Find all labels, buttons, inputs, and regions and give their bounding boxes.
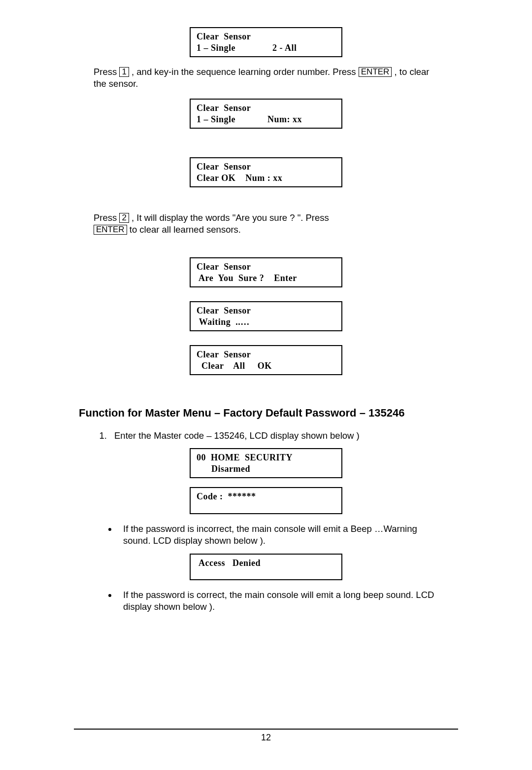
lcd-line: 1 – Single 2 - All: [197, 42, 335, 54]
page-number: 12: [261, 733, 271, 742]
lcd-line: 1 – Single Num: xx: [197, 114, 335, 125]
lcd-line: Disarmed: [197, 463, 335, 475]
lcd-line: Clear Sensor: [197, 305, 335, 316]
lcd-box-clear-ok: Clear Sensor Clear OK Num : xx: [190, 157, 342, 187]
lcd-box-clear-sensor-menu: Clear Sensor 1 – Single 2 - All: [190, 27, 342, 57]
lcd-line: Waiting ..…: [197, 316, 335, 328]
lcd-line: Clear Sensor: [197, 349, 335, 360]
keycap-2: 2: [119, 213, 129, 223]
text: , It will display the words "Are you sur…: [129, 212, 329, 223]
list-item: If the password is correct, the main con…: [117, 589, 438, 613]
lcd-box-code-entry: Code : ******: [190, 487, 342, 514]
lcd-box-are-you-sure: Clear Sensor Are You Sure ? Enter: [190, 257, 342, 287]
text: to clear all learned sensors.: [127, 224, 241, 235]
lcd-line: Clear OK Num : xx: [197, 173, 335, 184]
keycap-enter: ENTER: [359, 67, 392, 77]
bullet-list: If the password is correct, the main con…: [104, 589, 438, 613]
lcd-line: Clear Sensor: [197, 31, 335, 42]
ordered-list: Enter the Master code – 135246, LCD disp…: [97, 430, 438, 441]
lcd-box-clear-all-ok: Clear Sensor Clear All OK: [190, 345, 342, 375]
lcd-box-access-denied: Access Denied: [190, 554, 342, 581]
lcd-line: Clear Sensor: [197, 261, 335, 273]
paragraph: Press 1 , and key-in the sequence learni…: [94, 66, 438, 90]
lcd-line: 00 HOME SECURITY: [197, 452, 335, 463]
keycap-1: 1: [119, 67, 129, 77]
document-page: Clear Sensor 1 – Single 2 - All Press 1 …: [0, 0, 532, 770]
section-heading: Function for Master Menu – Factory Defau…: [79, 407, 438, 420]
lcd-line: Clear All OK: [197, 360, 335, 372]
lcd-line: Code : ******: [197, 491, 335, 502]
lcd-line: Access Denied: [197, 558, 335, 569]
lcd-box-single-num: Clear Sensor 1 – Single Num: xx: [190, 99, 342, 129]
lcd-box-waiting: Clear Sensor Waiting ..…: [190, 301, 342, 331]
list-item: If the password is incorrect, the main c…: [117, 523, 438, 547]
lcd-line: Are You Sure ? Enter: [197, 273, 335, 284]
text: Press: [94, 212, 119, 223]
lcd-line: Clear Sensor: [197, 103, 335, 114]
text: Press: [94, 67, 119, 77]
paragraph: Press 2 , It will display the words "Are…: [94, 212, 438, 236]
text: , and key-in the sequence learning order…: [129, 67, 359, 77]
lcd-box-home-security: 00 HOME SECURITY Disarmed: [190, 448, 342, 478]
page-footer: 12: [74, 729, 458, 743]
bullet-list: If the password is incorrect, the main c…: [104, 523, 438, 547]
lcd-line: Clear Sensor: [197, 161, 335, 173]
keycap-enter: ENTER: [94, 225, 127, 235]
list-item: Enter the Master code – 135246, LCD disp…: [109, 430, 438, 441]
